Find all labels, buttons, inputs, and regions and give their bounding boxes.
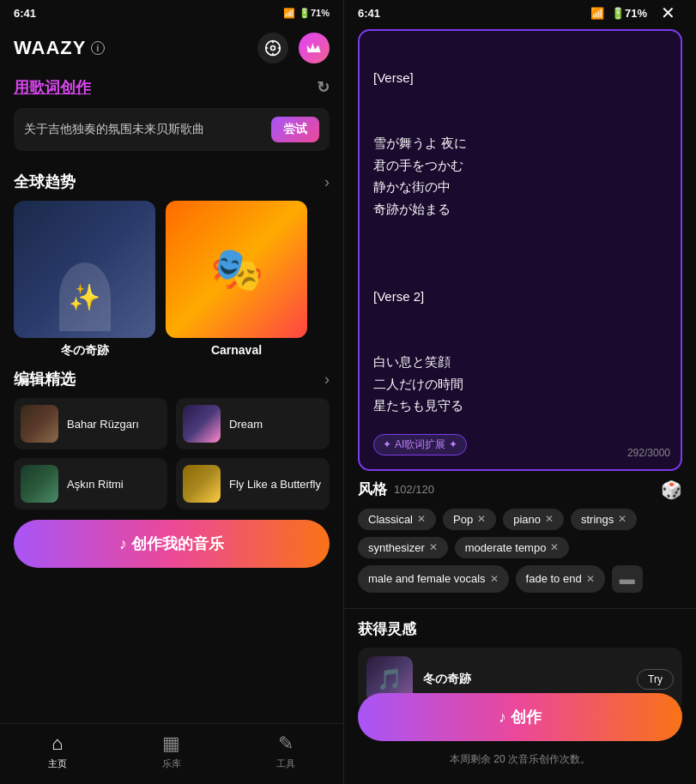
nav-label-home: 主页 <box>48 757 67 770</box>
style-section: 风格 102/120 🎲 Classical ✕ Pop ✕ piano ✕ s… <box>344 479 696 608</box>
editor-picks-header: 编辑精选 › <box>0 359 343 398</box>
lyrics-try-button[interactable]: 尝试 <box>271 117 319 142</box>
lyrics-creation-section: 用歌词创作 ↻ 关于吉他独奏的氛围未来贝斯歌曲 尝试 <box>0 70 343 161</box>
verse2-label: [Verse 2] <box>373 289 424 304</box>
tag-remove-classical[interactable]: ✕ <box>417 513 426 525</box>
tag-label-vocals: male and female vocals <box>368 572 486 585</box>
tag-classical[interactable]: Classical ✕ <box>358 509 436 530</box>
style-title-text: 风格 <box>358 479 387 499</box>
global-trends-header: 全球趋势 › <box>0 161 343 201</box>
target-button[interactable] <box>257 33 288 63</box>
editor-thumb-butterfly <box>183 465 221 503</box>
ai-expand-badge[interactable]: ✦ AI歌词扩展 ✦ <box>373 434 467 455</box>
style-title: 风格 102/120 <box>358 479 434 499</box>
inspiration-name: 冬の奇跡 <box>423 672 626 687</box>
verse2-text: 白い息と笑顔 二人だけの時間 星たちも見守る <box>373 354 463 413</box>
global-trends-title: 全球趋势 <box>14 172 76 192</box>
right-panel: 6:41 📶 🔋71% ✕ [Verse] 雪が舞うよ 夜に 君の手をつかむ 静… <box>343 0 696 784</box>
status-bar-left: 6:41 📶 🔋71% <box>0 0 343 26</box>
editor-item-askin[interactable]: Aşkın Ritmi <box>14 458 167 510</box>
crown-button[interactable] <box>299 33 330 63</box>
dice-icon[interactable]: 🎲 <box>661 479 682 500</box>
style-count: 102/120 <box>394 483 434 496</box>
tag-remove-moderate-tempo[interactable]: ✕ <box>550 541 559 553</box>
lyrics-title-text: 用歌词创作 <box>14 77 91 98</box>
nav-item-home[interactable]: ⌂ 主页 <box>48 733 67 770</box>
refresh-icon[interactable]: ↻ <box>317 78 330 97</box>
tag-remove-piano[interactable]: ✕ <box>545 513 554 525</box>
nav-label-tools: 工具 <box>276 757 295 770</box>
create-music-button[interactable]: ♪ 创作我的音乐 <box>14 520 330 568</box>
time-left: 6:41 <box>14 7 36 20</box>
editor-name-butterfly: Fly Like a Butterfly <box>229 478 321 491</box>
tag-remove-strings[interactable]: ✕ <box>618 513 626 525</box>
editor-name-bahar: Bahar Rüzgarı <box>67 418 139 431</box>
tag-piano[interactable]: piano ✕ <box>503 509 564 530</box>
lyrics-input-placeholder[interactable]: 关于吉他独奏的氛围未来贝斯歌曲 <box>24 122 263 137</box>
svg-point-1 <box>271 46 275 51</box>
trend-label-winter: 冬の奇跡 <box>14 343 155 359</box>
tag-strings[interactable]: strings ✕ <box>571 509 637 530</box>
bottom-nav: ⌂ 主页 ▦ 乐库 ✎ 工具 <box>0 723 343 784</box>
style-header: 风格 102/120 🎲 <box>358 479 682 500</box>
tag-moderate-tempo[interactable]: moderate tempo ✕ <box>455 537 570 558</box>
status-bar-right: 6:41 📶 🔋71% ✕ <box>344 0 696 26</box>
trend-label-carnival: Carnaval <box>166 343 307 357</box>
tools-icon: ✎ <box>278 733 294 755</box>
tag-pop[interactable]: Pop ✕ <box>443 509 496 530</box>
signal-icon: 📶 <box>283 8 295 19</box>
library-icon: ▦ <box>162 733 180 755</box>
editor-picks-title: 编辑精选 <box>14 369 76 389</box>
lyrics-title: 用歌词创作 ↻ <box>14 77 330 98</box>
editor-thumb-dream <box>183 405 221 443</box>
editor-picks-arrow[interactable]: › <box>324 371 330 389</box>
nav-item-tools[interactable]: ✎ 工具 <box>276 733 295 770</box>
nav-item-library[interactable]: ▦ 乐库 <box>162 733 181 770</box>
trend-card-winter[interactable]: ✨ 冬の奇跡 <box>14 201 155 359</box>
tag-remove-vocals[interactable]: ✕ <box>490 573 499 585</box>
trend-image-winter: ✨ <box>14 201 155 338</box>
editor-name-dream: Dream <box>229 418 263 431</box>
editor-thumb-askin <box>21 465 58 503</box>
tag-label-classical: Classical <box>368 513 413 526</box>
tag-vocals[interactable]: male and female vocals ✕ <box>358 565 509 593</box>
lyrics-card[interactable]: [Verse] 雪が舞うよ 夜に 君の手をつかむ 静かな街の中 奇跡が始まる [… <box>358 29 682 471</box>
tag-label-piano: piano <box>513 513 541 526</box>
header-icons <box>257 33 330 63</box>
close-button[interactable]: ✕ <box>654 0 682 27</box>
tags-row-3: male and female vocals ✕ fade to end ✕ ▬ <box>358 565 682 593</box>
tags-row-2: synthesizer ✕ moderate tempo ✕ <box>358 537 682 558</box>
divider <box>344 608 696 609</box>
info-icon[interactable]: i <box>91 41 105 55</box>
verse1-text: 雪が舞うよ 夜に 君の手をつかむ 静かな街の中 奇跡が始まる <box>373 136 467 216</box>
add-style-button[interactable]: ▬ <box>612 565 643 593</box>
tag-remove-synthesizer[interactable]: ✕ <box>429 541 438 553</box>
lyrics-input-row: 关于吉他独奏的氛围未来贝斯歌曲 尝试 <box>14 108 330 151</box>
tags-row: Classical ✕ Pop ✕ piano ✕ strings ✕ <box>358 509 682 530</box>
tag-fade[interactable]: fade to end ✕ <box>516 565 605 593</box>
tag-label-moderate-tempo: moderate tempo <box>465 541 547 554</box>
tag-synthesizer[interactable]: synthesizer ✕ <box>358 537 448 558</box>
battery-icon-right: 🔋71% <box>611 7 647 20</box>
editor-item-bahar[interactable]: Bahar Rüzgarı <box>14 398 167 449</box>
inspiration-try-button[interactable]: Try <box>637 669 674 690</box>
lyrics-title-underline: 用歌词创作 <box>14 79 91 96</box>
trends-scroll: ✨ 冬の奇跡 🎭 Carnaval <box>0 201 343 359</box>
tag-label-pop: Pop <box>453 513 473 526</box>
tag-label-strings: strings <box>581 513 614 526</box>
tag-label-synthesizer: synthesizer <box>368 541 425 554</box>
inspiration-title: 获得灵感 <box>358 619 682 639</box>
editor-item-butterfly[interactable]: Fly Like a Butterfly <box>176 458 330 510</box>
global-trends-arrow[interactable]: › <box>324 173 330 191</box>
editor-item-dream[interactable]: Dream <box>176 398 330 449</box>
trend-card-carnival[interactable]: 🎭 Carnaval <box>166 201 307 359</box>
home-icon: ⌂ <box>51 733 63 755</box>
tag-remove-fade[interactable]: ✕ <box>586 573 595 585</box>
right-create-button[interactable]: ♪ 创作 <box>358 693 682 741</box>
remaining-text: 本周剩余 20 次音乐创作次数。 <box>344 752 696 767</box>
tag-remove-pop[interactable]: ✕ <box>477 513 486 525</box>
editor-grid: Bahar Rüzgarı Dream Aşkın Ritmi Fly Like… <box>0 398 343 510</box>
battery-icon: 🔋71% <box>299 8 330 19</box>
left-panel: 6:41 📶 🔋71% WAAZY i <box>0 0 343 784</box>
ai-expand-label: AI歌词扩展 <box>395 437 445 452</box>
